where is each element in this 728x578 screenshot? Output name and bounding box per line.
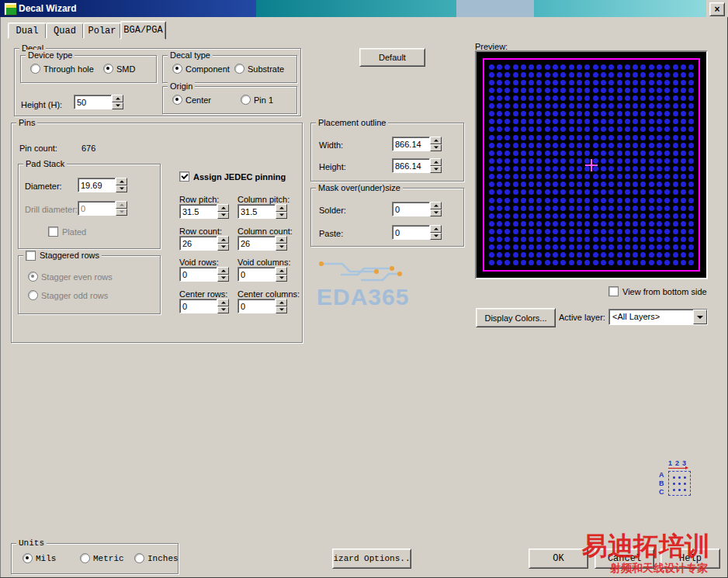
view-from-bottom-checkbox[interactable]: View from bottom side: [608, 286, 707, 296]
void-columns-spinfield: [237, 267, 287, 282]
row-count-spinfield: [179, 236, 229, 251]
radio-mils[interactable]: Mils: [23, 553, 56, 563]
spin-up-button[interactable]: [112, 95, 123, 102]
spin-down-button[interactable]: [430, 144, 442, 152]
spin-down-button[interactable]: [116, 185, 127, 193]
drill-diameter-spinner: [116, 201, 127, 216]
void-rows-input[interactable]: [179, 267, 217, 282]
wizard-options-button[interactable]: izard Options..: [332, 549, 411, 569]
jedec-checkbox[interactable]: Assign JEDEC pinning: [179, 171, 286, 182]
solder-input[interactable]: [392, 202, 430, 216]
spin-up-button[interactable]: [276, 236, 287, 244]
center-columns-input[interactable]: [237, 299, 276, 313]
column-pitch-input[interactable]: [237, 204, 276, 219]
height-input[interactable]: [74, 95, 112, 109]
drill-diameter-input: [78, 201, 116, 216]
radio-label: Center: [185, 95, 211, 105]
spin-down-button[interactable]: [217, 275, 229, 282]
spin-up-button[interactable]: [217, 236, 229, 244]
spin-down-button[interactable]: [217, 244, 229, 251]
spin-down-button[interactable]: [276, 306, 287, 314]
placement-width-spinfield: [392, 137, 442, 151]
spin-down-button[interactable]: [430, 233, 442, 241]
spin-up-button[interactable]: [430, 225, 442, 233]
display-colors-button[interactable]: Display Colors...: [476, 308, 556, 327]
active-layer-value: <All Layers>: [609, 310, 693, 324]
tab-polar[interactable]: Polar: [83, 22, 121, 39]
solder-label: Solder:: [319, 206, 346, 216]
spin-down-button: [116, 209, 127, 216]
decal-type-legend: Decal type: [168, 50, 213, 61]
column-count-input[interactable]: [237, 236, 276, 251]
background-window-strip-3: [534, 0, 728, 17]
tab-quad[interactable]: Quad: [46, 22, 84, 39]
ok-button[interactable]: OK: [529, 549, 588, 569]
spin-down-button[interactable]: [276, 244, 287, 251]
radio-circle: [23, 553, 33, 563]
spin-up-button[interactable]: [430, 158, 442, 166]
default-button[interactable]: Default: [359, 48, 425, 67]
cancel-button[interactable]: Cancel: [595, 549, 654, 569]
drill-diameter-label: Drill diameter:: [25, 205, 78, 215]
radio-center[interactable]: Center: [172, 95, 211, 105]
spin-up-button[interactable]: [430, 137, 442, 144]
radio-label: Mils: [36, 554, 56, 563]
tab-label: Polar: [88, 26, 116, 36]
diameter-input[interactable]: [78, 178, 116, 192]
spin-down-button[interactable]: [430, 209, 442, 217]
row-pitch-input[interactable]: [179, 204, 217, 219]
paste-input[interactable]: [392, 225, 430, 240]
center-rows-spinfield: [179, 299, 229, 313]
row-count-input[interactable]: [179, 236, 217, 251]
radio-component[interactable]: Component: [172, 64, 230, 74]
close-button[interactable]: ×: [709, 2, 725, 16]
solder-spinner: [430, 202, 442, 216]
pin-key-letters: A B C: [659, 471, 664, 497]
radio-label: Component: [185, 64, 230, 74]
spin-up-button[interactable]: [217, 299, 229, 306]
placement-height-label: Height:: [319, 162, 346, 172]
placement-width-input[interactable]: [392, 137, 430, 151]
spin-up-button[interactable]: [430, 202, 442, 209]
center-rows-input[interactable]: [179, 299, 217, 313]
spin-down-button[interactable]: [276, 212, 287, 220]
placement-height-input[interactable]: [392, 158, 430, 173]
radio-stagger-even: Stagger even rows: [28, 272, 113, 282]
diameter-spinfield: [78, 178, 127, 192]
radio-label: Substrate: [248, 64, 284, 74]
checkbox-label: Assign JEDEC pinning: [193, 172, 286, 182]
spin-down-button[interactable]: [112, 102, 123, 110]
radio-substrate[interactable]: Substrate: [234, 64, 284, 74]
checkbox-label: Staggered rows: [40, 250, 99, 261]
spin-up-button: [116, 201, 127, 209]
spin-up-button[interactable]: [217, 204, 229, 212]
pad-stack-legend: Pad Stack: [23, 158, 67, 169]
active-layer-dropdown[interactable]: <All Layers>: [608, 309, 708, 325]
spin-up-button[interactable]: [276, 299, 287, 306]
radio-inches[interactable]: Inches: [134, 553, 179, 563]
staggered-rows-checkbox[interactable]: [26, 251, 36, 261]
spin-down-button[interactable]: [217, 212, 229, 220]
placement-outline-legend: Placement outline: [316, 117, 388, 128]
spin-up-button[interactable]: [276, 204, 287, 212]
tab-dual[interactable]: Dual: [8, 22, 47, 39]
radio-smd[interactable]: SMD: [103, 64, 135, 74]
spin-down-button[interactable]: [217, 306, 229, 314]
spin-down-button[interactable]: [430, 166, 442, 174]
void-columns-input[interactable]: [237, 267, 276, 282]
spin-down-button[interactable]: [276, 275, 287, 282]
spin-up-button[interactable]: [217, 267, 229, 275]
chevron-down-icon[interactable]: [693, 310, 707, 324]
radio-pin1[interactable]: Pin 1: [241, 95, 273, 105]
radio-metric[interactable]: Metric: [80, 553, 124, 563]
tab-bga-pga[interactable]: BGA/PGA: [120, 21, 166, 40]
staggered-rows-group: Staggered rows Stagger even rows Stagger…: [18, 255, 161, 314]
device-type-group: Device type Through hole SMD: [20, 55, 157, 83]
radio-through-hole[interactable]: Through hole: [30, 64, 94, 74]
pin-key-direction-arrow-icon: [668, 468, 685, 469]
decal-type-group: Decal type Component Substrate: [162, 55, 297, 83]
spin-up-button[interactable]: [116, 178, 127, 185]
spin-up-button[interactable]: [276, 267, 287, 275]
placement-width-label: Width:: [319, 140, 343, 151]
help-button[interactable]: Help: [660, 549, 720, 569]
